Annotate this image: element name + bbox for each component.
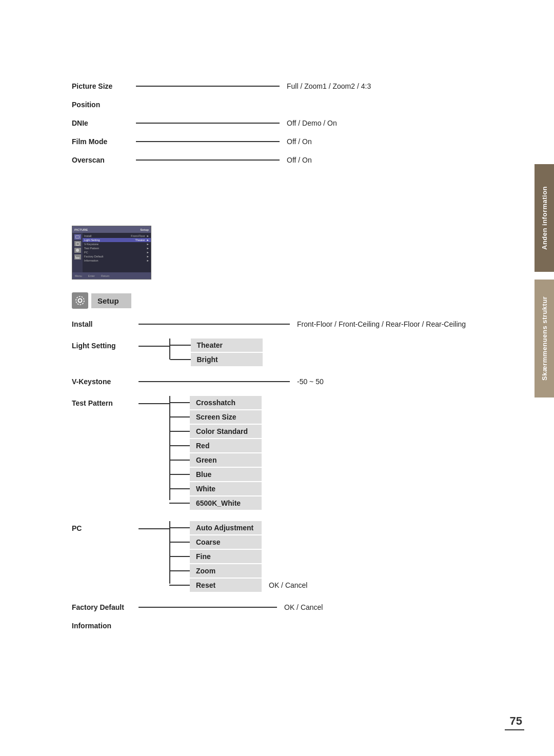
red-row: Red xyxy=(169,439,262,452)
crosshatch-box: Crosshatch xyxy=(190,396,262,409)
setup-gear-icon xyxy=(72,292,88,309)
auto-adj-box: Auto Adjustment xyxy=(190,521,262,534)
ss-menu-pc: PC► xyxy=(83,250,151,254)
test-pattern-row: Test Pattern Crosshatch Screen Size xyxy=(72,396,518,511)
test-pattern-hline xyxy=(138,403,169,404)
zoom-row: Zoom xyxy=(169,564,307,578)
right-tab-anden: Anden information xyxy=(535,164,554,272)
blue-box: Blue xyxy=(190,468,262,481)
picture-size-value: Full / Zoom1 / Zoom2 / 4:3 xyxy=(287,82,371,90)
ss-bottom-menu: Menu xyxy=(75,274,82,277)
light-setting-row: Light Setting Theater xyxy=(72,339,518,367)
factory-default-value: OK / Cancel xyxy=(284,603,323,611)
green-box: Green xyxy=(190,453,262,467)
overscan-value: Off / On xyxy=(287,156,312,164)
white-box: White xyxy=(190,482,262,495)
coarse-box: Coarse xyxy=(190,535,262,549)
factory-default-label: Factory Default xyxy=(72,603,138,611)
svg-point-1 xyxy=(76,296,84,305)
crosshatch-row: Crosshatch xyxy=(169,396,262,409)
vkeystone-row: V-Keystone -50 ~ 50 xyxy=(72,377,518,386)
screen-size-box: Screen Size xyxy=(190,410,262,424)
ss-icon-3 xyxy=(74,248,81,253)
dnie-line xyxy=(136,123,280,124)
pc-row: PC Auto Adjustment Coarse xyxy=(72,521,518,593)
install-row: Install Front-Floor / Front-Ceiling / Re… xyxy=(72,320,518,328)
film-mode-row: Film Mode Off / On xyxy=(72,137,472,146)
position-label: Position xyxy=(72,101,136,109)
ss-icon-1 xyxy=(74,234,81,240)
vkeystone-value: -50 ~ 50 xyxy=(297,377,324,386)
pc-label: PC xyxy=(72,521,138,532)
film-mode-label: Film Mode xyxy=(72,137,136,146)
factory-default-row: Factory Default OK / Cancel xyxy=(72,603,518,611)
install-hline xyxy=(138,324,290,325)
ss-menu-factory: Factory Default► xyxy=(83,254,151,258)
light-vline xyxy=(169,339,170,360)
film-mode-value: Off / On xyxy=(287,137,312,146)
ss-top-left: PICTURE xyxy=(74,228,88,231)
ss-menu-vkeystone: V-Keystone► xyxy=(83,242,151,246)
overscan-label: Overscan xyxy=(72,156,136,164)
install-value: Front-Floor / Front-Ceiling / Rear-Floor… xyxy=(297,320,466,328)
6500k-box: 6500K_White xyxy=(190,496,262,510)
ui-screenshot: PICTURE Setup InstallFront-Floor► xyxy=(72,226,151,280)
ss-menu-testpattern: Test Pattern► xyxy=(83,246,151,250)
light-setting-hline xyxy=(138,346,169,347)
reset-box: Reset xyxy=(190,579,262,592)
right-tab-skaerm: Skærmmenuens struktur xyxy=(535,280,554,397)
bright-sub-row: Bright xyxy=(170,353,263,366)
pc-hline xyxy=(138,528,169,529)
information-row: Information xyxy=(72,622,518,630)
6500k-row: 6500K_White xyxy=(169,496,262,510)
color-standard-box: Color Standard xyxy=(190,425,262,438)
film-mode-line xyxy=(136,141,280,142)
light-setting-label: Light Setting xyxy=(72,339,138,350)
ss-bottom-enter: Enter xyxy=(88,274,95,277)
ss-icon-2 xyxy=(74,241,81,246)
reset-row: Reset OK / Cancel xyxy=(169,579,307,592)
ss-menu-info: Information► xyxy=(83,258,151,263)
install-label: Install xyxy=(72,320,138,328)
right-tab-anden-label: Anden information xyxy=(541,186,548,250)
ss-icon-4 xyxy=(74,254,81,260)
picture-size-label: Picture Size xyxy=(72,82,136,90)
vkeystone-label: V-Keystone xyxy=(72,377,138,386)
color-standard-row: Color Standard xyxy=(169,425,262,438)
setup-header: Setup xyxy=(72,292,518,309)
bright-box: Bright xyxy=(191,353,263,366)
setup-title-box: Setup xyxy=(91,293,131,308)
white-row: White xyxy=(169,482,262,495)
setup-section: Setup Install Front-Floor / Front-Ceilin… xyxy=(72,292,518,640)
page-number-line xyxy=(505,729,524,731)
coarse-row: Coarse xyxy=(169,535,307,549)
fine-row: Fine xyxy=(169,550,307,563)
vkeystone-hline xyxy=(138,381,290,382)
reset-value: OK / Cancel xyxy=(269,581,307,589)
zoom-box: Zoom xyxy=(190,564,262,578)
dnie-label: DNIe xyxy=(72,119,136,127)
top-menu-section: Picture Size Full / Zoom1 / Zoom2 / 4:3 … xyxy=(72,82,472,174)
theater-sub-row: Theater xyxy=(170,339,263,352)
ss-menu-install: InstallFront-Floor► xyxy=(83,234,151,238)
theater-box: Theater xyxy=(191,339,263,352)
ss-menu-light: Light SettingTheater► xyxy=(83,238,151,242)
factory-default-hline xyxy=(138,607,277,608)
blue-row: Blue xyxy=(169,468,262,481)
ss-top-right: Setup xyxy=(140,228,149,231)
screen-size-row: Screen Size xyxy=(169,410,262,424)
picture-size-row: Picture Size Full / Zoom1 / Zoom2 / 4:3 xyxy=(72,82,472,90)
fine-box: Fine xyxy=(190,550,262,563)
overscan-row: Overscan Off / On xyxy=(72,156,472,164)
overscan-line xyxy=(136,160,280,161)
gear-svg xyxy=(75,295,85,306)
auto-adj-row: Auto Adjustment xyxy=(169,521,307,534)
picture-size-line xyxy=(136,86,280,87)
dnie-value: Off / Demo / On xyxy=(287,119,337,127)
information-label: Information xyxy=(72,622,138,630)
test-pattern-label: Test Pattern xyxy=(72,396,138,407)
svg-point-0 xyxy=(78,299,82,303)
ss-bottom-return: Return xyxy=(101,274,110,277)
pc-vline xyxy=(169,521,170,584)
position-row: Position xyxy=(72,101,472,109)
